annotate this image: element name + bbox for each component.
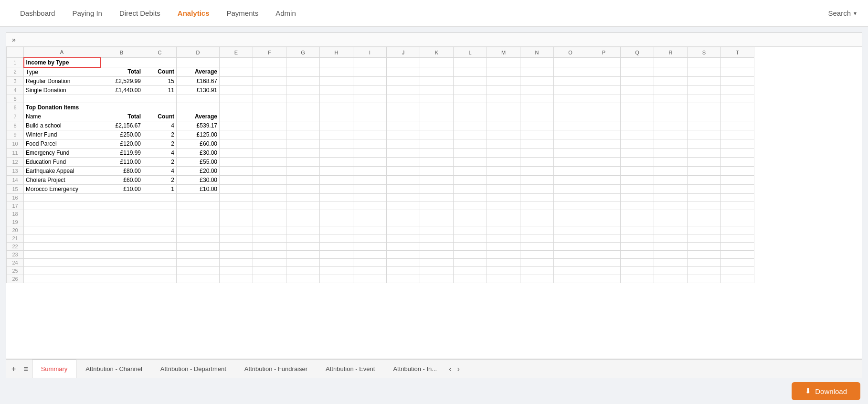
cell-extra[interactable] (721, 234, 754, 242)
cell-extra[interactable] (554, 258, 587, 266)
cell-extra[interactable] (654, 58, 688, 67)
cell-extra[interactable] (721, 184, 754, 193)
cell-extra[interactable] (654, 250, 688, 258)
cell-a[interactable]: Food Parcel (24, 139, 100, 148)
cell-extra[interactable] (286, 202, 320, 210)
cell-extra[interactable] (688, 148, 721, 157)
cell-extra[interactable] (654, 112, 688, 121)
tab-nav-next[interactable]: › (455, 365, 463, 373)
cell-extra[interactable] (554, 234, 587, 242)
cell-extra[interactable] (220, 139, 253, 148)
cell-extra[interactable] (420, 234, 454, 242)
cell-extra[interactable] (721, 275, 754, 283)
cell-extra[interactable] (286, 275, 320, 283)
cell-c[interactable]: 2 (143, 139, 177, 148)
cell-extra[interactable] (253, 76, 286, 85)
cell-extra[interactable] (253, 85, 286, 95)
cell-extra[interactable] (220, 226, 253, 234)
cell-extra[interactable] (688, 58, 721, 67)
cell-b[interactable]: £1,440.00 (100, 85, 143, 95)
cell-a[interactable] (24, 242, 100, 250)
add-sheet-icon[interactable]: + (8, 360, 20, 379)
cell-extra[interactable] (253, 193, 286, 202)
cell-extra[interactable] (621, 258, 654, 266)
cell-extra[interactable] (654, 67, 688, 77)
cell-extra[interactable] (420, 103, 454, 112)
cell-extra[interactable] (688, 130, 721, 139)
cell-extra[interactable] (454, 266, 487, 275)
cell-extra[interactable] (320, 139, 353, 148)
cell-extra[interactable] (721, 226, 754, 234)
cell-extra[interactable] (721, 210, 754, 218)
cell-a[interactable] (24, 234, 100, 242)
cell-extra[interactable] (621, 148, 654, 157)
cell-b[interactable]: Total (100, 67, 143, 77)
cell-extra[interactable] (721, 166, 754, 175)
cell-d[interactable] (177, 103, 220, 112)
cell-extra[interactable] (454, 250, 487, 258)
cell-c[interactable]: 2 (143, 157, 177, 166)
cell-extra[interactable] (286, 210, 320, 218)
cell-extra[interactable] (286, 184, 320, 193)
cell-extra[interactable] (520, 210, 554, 218)
cell-extra[interactable] (353, 121, 387, 130)
cell-extra[interactable] (654, 210, 688, 218)
cell-extra[interactable] (420, 226, 454, 234)
cell-extra[interactable] (420, 184, 454, 193)
cell-extra[interactable] (220, 112, 253, 121)
cell-extra[interactable] (621, 218, 654, 226)
cell-extra[interactable] (688, 266, 721, 275)
cell-extra[interactable] (420, 250, 454, 258)
cell-extra[interactable] (353, 250, 387, 258)
cell-extra[interactable] (387, 258, 420, 266)
cell-extra[interactable] (520, 242, 554, 250)
cell-extra[interactable] (554, 85, 587, 95)
cell-extra[interactable] (320, 258, 353, 266)
cell-extra[interactable] (654, 103, 688, 112)
cell-d[interactable] (177, 58, 220, 67)
cell-extra[interactable] (220, 76, 253, 85)
cell-extra[interactable] (554, 76, 587, 85)
cell-extra[interactable] (286, 175, 320, 184)
cell-extra[interactable] (654, 242, 688, 250)
cell-extra[interactable] (286, 148, 320, 157)
cell-extra[interactable] (320, 166, 353, 175)
cell-extra[interactable] (320, 76, 353, 85)
cell-c[interactable]: 2 (143, 130, 177, 139)
cell-extra[interactable] (721, 76, 754, 85)
cell-extra[interactable] (587, 139, 621, 148)
cell-b[interactable] (100, 95, 143, 103)
cell-a[interactable]: Build a school (24, 121, 100, 130)
cell-extra[interactable] (387, 275, 420, 283)
cell-extra[interactable] (487, 166, 520, 175)
cell-b[interactable] (100, 210, 143, 218)
cell-extra[interactable] (220, 193, 253, 202)
cell-d[interactable]: £539.17 (177, 121, 220, 130)
cell-extra[interactable] (721, 95, 754, 103)
cell-extra[interactable] (487, 202, 520, 210)
cell-extra[interactable] (554, 112, 587, 121)
cell-extra[interactable] (654, 193, 688, 202)
cell-extra[interactable] (220, 58, 253, 67)
cell-extra[interactable] (554, 103, 587, 112)
cell-extra[interactable] (353, 218, 387, 226)
cell-c[interactable] (143, 226, 177, 234)
cell-extra[interactable] (253, 242, 286, 250)
cell-extra[interactable] (320, 210, 353, 218)
nav-paying-in[interactable]: Paying In (64, 9, 111, 17)
cell-extra[interactable] (520, 193, 554, 202)
cell-extra[interactable] (387, 218, 420, 226)
cell-extra[interactable] (420, 175, 454, 184)
cell-extra[interactable] (621, 193, 654, 202)
cell-d[interactable] (177, 250, 220, 258)
download-button[interactable]: ⬇ Download (792, 382, 860, 400)
cell-extra[interactable] (654, 184, 688, 193)
cell-extra[interactable] (353, 202, 387, 210)
cell-extra[interactable] (688, 226, 721, 234)
cell-extra[interactable] (320, 193, 353, 202)
cell-extra[interactable] (420, 193, 454, 202)
cell-extra[interactable] (286, 166, 320, 175)
cell-extra[interactable] (420, 157, 454, 166)
cell-extra[interactable] (253, 202, 286, 210)
cell-a[interactable] (24, 193, 100, 202)
